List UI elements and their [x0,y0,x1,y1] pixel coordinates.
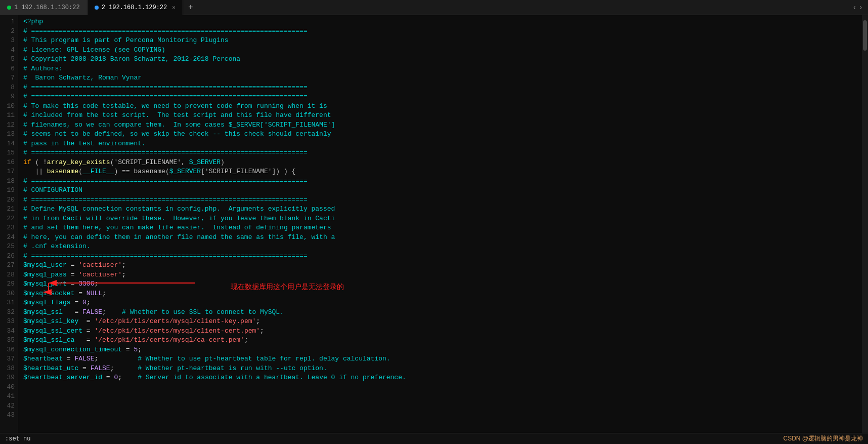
code-line: # ======================================… [23,148,857,158]
code-line: <?php [23,17,857,27]
code-line: # .cnf extension. [23,242,857,252]
arrow-left-icon[interactable]: ‹ [852,4,856,12]
arrow-right-icon[interactable]: › [859,4,863,12]
tab1-label: 1 192.168.1.130:22 [14,4,80,11]
code-line: if ( !array_key_exists('SCRIPT_FILENAME'… [23,158,857,168]
code-line: # included from the test script. The tes… [23,111,857,120]
tab2-label: 2 192.168.1.129:22 [102,4,167,11]
editor: 1234567891011121314151617181920212223242… [0,15,868,444]
code-area[interactable]: <?php# =================================… [18,15,862,444]
code-line: $mysql_user = 'cactiuser'; [23,261,857,270]
code-line: # and set them here, you can make life e… [23,223,857,233]
code-line: # ======================================… [23,195,857,205]
code-line: # ======================================… [23,27,857,36]
tab1-dot [7,6,11,10]
tab-bar: 1 192.168.1.130:22 2 192.168.1.129:22 ✕ … [0,0,868,15]
code-line: $mysql_port = 3306; [23,279,857,289]
scrollbar-thumb[interactable] [863,20,867,51]
code-line: # ======================================… [23,83,857,93]
scrollbar[interactable] [862,15,868,444]
code-line: # License: GPL License (see COPYING) [23,46,857,55]
tab2-dot [95,6,99,10]
code-line: $mysql_ssl_key = '/etc/pki/tls/certs/mys… [23,317,857,327]
code-line: # CONFIGURATION [23,186,857,195]
code-line: # Define MySQL connection constants in c… [23,205,857,214]
code-line: $mysql_flags = 0; [23,298,857,308]
bottom-author: CSDN @逻辑脑的男神是龙神 [783,434,863,443]
tab-2[interactable]: 2 192.168.1.129:22 ✕ [88,0,183,15]
bottom-bar: :set nu CSDN @逻辑脑的男神是龙神 [0,433,868,444]
code-line: # here, you can define them in another f… [23,233,857,243]
tab-1[interactable]: 1 192.168.1.130:22 [0,0,88,15]
code-line: $mysql_socket = NULL; [23,289,857,299]
code-line: $mysql_ssl = FALSE; # Whether to use SSL… [23,308,857,317]
code-line: $heartbeat_utc = FALSE; # Whether pt-hea… [23,364,857,374]
code-line: # To make this code testable, we need to… [23,102,857,111]
code-line: $mysql_connection_timeout = 5; [23,345,857,355]
bottom-command: :set nu [5,435,30,442]
code-line: # ======================================… [23,177,857,186]
code-line: # This program is part of Percona Monito… [23,36,857,46]
code-line: # ======================================… [23,252,857,261]
line-numbers: 1234567891011121314151617181920212223242… [0,15,18,444]
tab2-close[interactable]: ✕ [172,4,176,11]
code-line: $mysql_ssl_cert = '/etc/pki/tls/certs/my… [23,327,857,336]
code-line: # Authors: [23,64,857,74]
code-line: # seems not to be defined, so we skip th… [23,130,857,139]
tab-arrows: ‹ › [852,4,868,12]
code-line: # filenames, so we can compare them. In … [23,120,857,130]
code-line: $mysql_ssl_ca = '/etc/pki/tls/certs/mysq… [23,336,857,345]
code-line: # pass in the test environment. [23,139,857,149]
code-line: # ======================================… [23,92,857,102]
tab-add-button[interactable]: + [183,3,198,12]
code-line: # Baron Schwartz, Roman Vynar [23,73,857,83]
code-line: $heartbeat_server_id = 0; # Server id to… [23,373,857,383]
code-line: || basename(__FILE__) == basename($_SERV… [23,167,857,177]
code-line: $mysql_pass = 'cactiuser'; [23,270,857,280]
code-line: # in from Cacti will override these. How… [23,214,857,224]
code-line: $heartbeat = FALSE; # Whether to use pt-… [23,354,857,364]
code-line: # Copyright 2008-2018 Baron Schwartz, 20… [23,55,857,64]
